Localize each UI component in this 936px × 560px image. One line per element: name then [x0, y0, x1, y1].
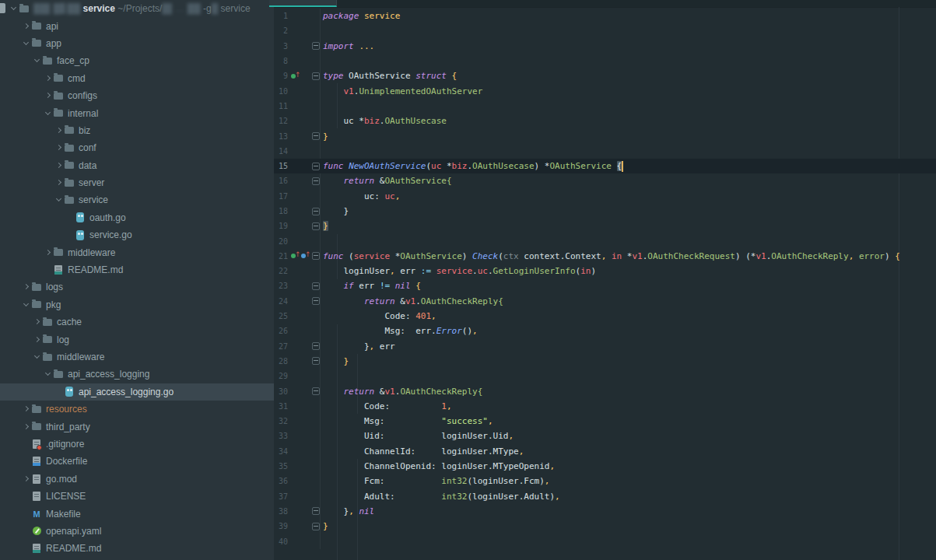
chevron-down-icon[interactable]	[9, 4, 19, 13]
chevron-right-icon[interactable]	[22, 422, 31, 432]
chevron-down-icon[interactable]	[22, 300, 31, 310]
chevron-right-icon[interactable]	[33, 317, 42, 327]
tree-item-cmd[interactable]: cmd	[0, 70, 274, 87]
code-line-33[interactable]: 33 Uid: loginUser.Uid,	[274, 429, 936, 443]
tree-item-middleware[interactable]: middleware	[0, 243, 274, 261]
chevron-right-icon[interactable]	[44, 74, 53, 83]
fold-start-icon[interactable]	[312, 297, 320, 305]
tree-item-go.mod[interactable]: go.mod	[0, 471, 274, 488]
fold-end-icon[interactable]	[312, 507, 320, 515]
chevron-down-icon[interactable]	[33, 56, 42, 65]
code-line-13[interactable]: 13}	[274, 128, 936, 143]
code-line-21[interactable]: 21func (service *OAuthService) Check(ctx…	[274, 249, 936, 264]
chevron-right-icon[interactable]	[44, 91, 53, 100]
tree-item-log[interactable]: log	[0, 331, 274, 348]
chevron-right-icon[interactable]	[22, 282, 31, 292]
code-area[interactable]: 1package service23import ...89type OAuth…	[274, 0, 936, 549]
code-line-1[interactable]: 1package service	[274, 9, 936, 23]
tree-item-makefile[interactable]: MMakefile	[0, 505, 274, 522]
fold-end-icon[interactable]	[312, 357, 320, 365]
tree-item-service.go[interactable]: service.go	[0, 226, 274, 243]
code-line-22[interactable]: 22 loginUser, err := service.uc.GetLogin…	[274, 264, 936, 278]
code-line-8[interactable]: 8	[274, 54, 936, 68]
fold-end-icon[interactable]	[312, 208, 320, 215]
tree-item-middleware[interactable]: middleware	[0, 348, 274, 366]
tree-item-third_party[interactable]: third_party	[0, 418, 274, 435]
code-line-26[interactable]: 26 Msg: err.Error(),	[274, 324, 936, 338]
chevron-down-icon[interactable]	[44, 109, 53, 118]
tree-item-internal[interactable]: internal	[0, 104, 274, 121]
chevron-right-icon[interactable]	[44, 248, 53, 257]
tree-item-api_access_logging[interactable]: api_access_logging	[0, 366, 274, 383]
code-line-12[interactable]: 12 uc *biz.OAuthUsecase	[274, 114, 936, 128]
chevron-down-icon[interactable]	[22, 39, 31, 48]
code-line-31[interactable]: 31 Code: 1,	[274, 399, 936, 414]
code-line-17[interactable]: 17 uc: uc,	[274, 189, 936, 204]
implements-gutter-icon[interactable]	[291, 72, 300, 80]
tree-item-server[interactable]: server	[0, 174, 274, 191]
chevron-right-icon[interactable]	[22, 474, 31, 484]
chevron-right-icon[interactable]	[54, 178, 64, 187]
code-line-15[interactable]: 15func NewOAuthService(uc *biz.OAuthUsec…	[274, 159, 936, 173]
chevron-down-icon[interactable]	[44, 369, 53, 379]
code-line-37[interactable]: 37 Adult: int32(loginUser.Adult),	[274, 489, 936, 504]
tree-item-service[interactable]: service	[0, 191, 274, 208]
tree-item-api[interactable]: api	[0, 17, 274, 34]
tree-item-oauth.go[interactable]: oauth.go	[0, 209, 274, 226]
tree-item-dockerfile[interactable]: Dockerfile	[0, 453, 274, 470]
chevron-down-icon[interactable]	[33, 352, 42, 362]
fold-end-icon[interactable]	[312, 523, 320, 530]
fold-start-icon[interactable]	[312, 282, 320, 290]
tree-item-readme.md[interactable]: README.md	[0, 540, 274, 557]
code-line-3[interactable]: 3import ...	[274, 39, 936, 54]
fold-start-icon[interactable]	[312, 387, 320, 395]
tree-item-logs[interactable]: logs	[0, 278, 274, 296]
fold-start-icon[interactable]	[312, 252, 320, 260]
tree-item-project-root[interactable]: ██▌█▊██ service ~/Projects/█▌… ██ -g█ se…	[0, 0, 274, 17]
tree-item-face_cp[interactable]: face_cp	[0, 52, 274, 69]
code-line-39[interactable]: 39}	[274, 519, 936, 534]
code-line-34[interactable]: 34 ChannelId: loginUser.MType,	[274, 444, 936, 459]
tree-item-pkg[interactable]: pkg	[0, 296, 274, 313]
code-line-27[interactable]: 27 }, err	[274, 339, 936, 354]
tree-item-configs[interactable]: configs	[0, 87, 274, 104]
code-line-18[interactable]: 18 }	[274, 204, 936, 219]
code-line-24[interactable]: 24 return &v1.OAuthCheckReply{	[274, 294, 936, 309]
code-line-10[interactable]: 10 v1.UnimplementedOAuthServer	[274, 83, 936, 98]
chevron-right-icon[interactable]	[22, 22, 31, 31]
code-line-20[interactable]: 20	[274, 233, 936, 248]
fold-start-icon[interactable]	[312, 163, 320, 170]
fold-end-icon[interactable]	[312, 222, 320, 230]
code-line-38[interactable]: 38 }, nil	[274, 504, 936, 519]
code-line-36[interactable]: 36 Fcm: int32(loginUser.Fcm),	[274, 474, 936, 488]
code-line-11[interactable]: 11	[274, 99, 936, 114]
tree-item-app[interactable]: app	[0, 35, 274, 52]
chevron-right-icon[interactable]	[54, 143, 64, 152]
fold-start-icon[interactable]	[312, 72, 320, 80]
overrides-gutter-icon[interactable]	[301, 252, 310, 260]
code-line-23[interactable]: 23 if err != nil {	[274, 278, 936, 293]
chevron-right-icon[interactable]	[22, 404, 31, 414]
code-line-28[interactable]: 28 }	[274, 354, 936, 369]
code-line-16[interactable]: 16 return &OAuthService{	[274, 173, 936, 188]
tree-item-license[interactable]: LICENSE	[0, 488, 274, 505]
tree-item-openapi.yaml[interactable]: openapi.yaml	[0, 523, 274, 540]
tree-item-biz[interactable]: biz	[0, 122, 274, 139]
code-line-40[interactable]: 40	[274, 534, 936, 548]
tree-item-conf[interactable]: conf	[0, 139, 274, 156]
tree-item-resources[interactable]: resources	[0, 401, 274, 418]
code-line-2[interactable]: 2	[274, 23, 936, 38]
chevron-right-icon[interactable]	[54, 126, 64, 135]
chevron-down-icon[interactable]	[54, 195, 64, 205]
implements-gutter-icon[interactable]	[291, 252, 300, 260]
tree-item-readme.md[interactable]: README.md	[0, 261, 274, 278]
code-line-30[interactable]: 30 return &v1.OAuthCheckReply{	[274, 383, 936, 398]
tree-item-data[interactable]: data	[0, 157, 274, 174]
code-line-19[interactable]: 19}	[274, 219, 936, 233]
fold-start-icon[interactable]	[312, 177, 320, 185]
code-line-9[interactable]: 9type OAuthService struct {	[274, 68, 936, 83]
fold-end-icon[interactable]	[312, 342, 320, 350]
fold-start-icon[interactable]	[312, 42, 320, 50]
code-line-29[interactable]: 29	[274, 369, 936, 383]
tree-item-.gitignore[interactable]: .gitignore	[0, 436, 274, 453]
